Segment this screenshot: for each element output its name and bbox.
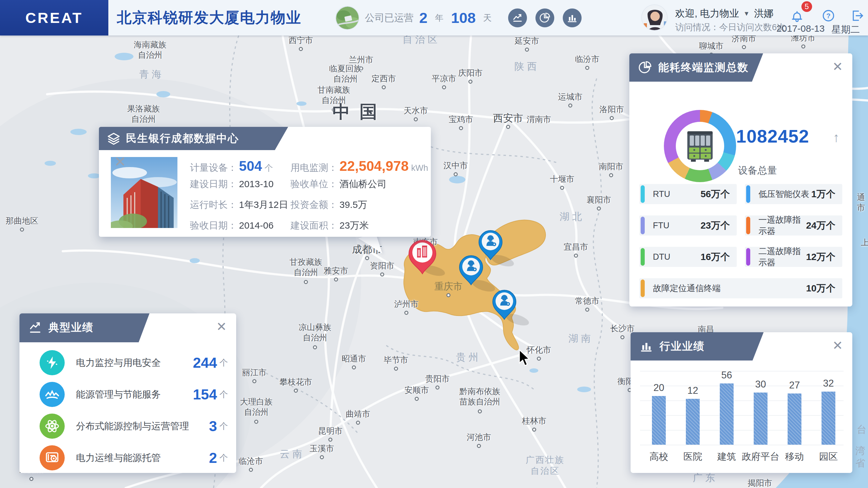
bar-value: 12 bbox=[687, 385, 698, 396]
city-dot bbox=[506, 125, 510, 129]
pie-view-button[interactable] bbox=[535, 8, 554, 27]
city-dot bbox=[442, 85, 446, 90]
device-label: 故障定位通信终端 bbox=[653, 283, 806, 294]
panel-title: 行业业绩 bbox=[659, 332, 705, 361]
device-stat-row[interactable]: 二遥故障指示器12万个 bbox=[745, 247, 842, 267]
map-label: 攀枝花市 bbox=[279, 377, 312, 387]
user-avatar[interactable] bbox=[641, 4, 668, 31]
map-label: 黔南布依族 苗族自治州 bbox=[459, 386, 500, 407]
close-icon[interactable]: ✕ bbox=[832, 339, 843, 352]
bar-value: 56 bbox=[721, 370, 732, 381]
close-icon[interactable]: ✕ bbox=[216, 320, 227, 333]
bar-高校[interactable] bbox=[652, 396, 666, 445]
popup-stat: 验收单位：酒仙桥公司 bbox=[290, 178, 386, 191]
performance-value: 154 bbox=[193, 386, 217, 403]
operation-label: 公司已运营 bbox=[365, 11, 413, 25]
operation-days: 108 bbox=[451, 9, 475, 26]
map-label: 西安市 bbox=[493, 112, 523, 124]
bar-value: 30 bbox=[755, 379, 766, 390]
bar-view-button[interactable] bbox=[563, 8, 582, 27]
device-stat-row[interactable]: 一遥故障指示器24万个 bbox=[745, 215, 842, 236]
city-dot bbox=[459, 126, 463, 130]
user-welcome[interactable]: 欢迎, 电力物业 ▼ 洪娜 bbox=[675, 7, 773, 20]
map-label: 凉山彝族 自治州 bbox=[299, 322, 331, 343]
city-dot bbox=[320, 455, 324, 459]
city-dot bbox=[414, 117, 418, 122]
bar-政府平台[interactable] bbox=[754, 393, 768, 445]
city-dot bbox=[610, 116, 614, 120]
popup-close-icon[interactable]: ✕ bbox=[114, 154, 126, 169]
device-label: 一遥故障指示器 bbox=[758, 214, 806, 237]
device-value: 24万个 bbox=[806, 219, 835, 232]
device-stat-row[interactable]: RTU56万个 bbox=[640, 184, 737, 204]
performance-row[interactable]: 分布式能源控制与运营管理3个 bbox=[39, 412, 228, 440]
device-stat-row[interactable]: 低压智能仪表1万个 bbox=[745, 184, 842, 204]
map-label: 平凉市 bbox=[432, 73, 456, 84]
performance-label: 分布式能源控制与运营管理 bbox=[76, 420, 209, 433]
bar-园区[interactable] bbox=[822, 392, 835, 445]
city-dot bbox=[20, 228, 24, 232]
performance-row[interactable]: 电力运维与能源托管2个 bbox=[39, 444, 228, 472]
map-label: 贵阳市 bbox=[425, 374, 450, 384]
city-dot bbox=[304, 280, 308, 284]
stat-value: 39.5万 bbox=[339, 199, 367, 211]
up-arrow-icon: ↑ bbox=[833, 130, 839, 145]
map-label: 云南 bbox=[280, 448, 305, 460]
city-dot bbox=[525, 48, 529, 52]
wave-icon bbox=[39, 382, 65, 407]
svg-text:?: ? bbox=[826, 12, 830, 20]
terminal-monitor-panel: 能耗终端监测总数 ✕ 1082452 ↑ 设备总量 RTU56万个低压智能仪 bbox=[629, 53, 852, 306]
device-stat-row[interactable]: 故障定位通信终端10万个 bbox=[640, 278, 842, 298]
map-label: 延安市 bbox=[515, 36, 539, 46]
map-label: 南阳市 bbox=[599, 161, 623, 172]
chevron-down-icon[interactable]: ▼ bbox=[743, 10, 750, 17]
bar-医院[interactable] bbox=[686, 399, 700, 445]
lightning-icon bbox=[39, 350, 65, 375]
logout-icon[interactable] bbox=[850, 9, 864, 23]
bar-建筑[interactable] bbox=[720, 384, 734, 445]
bar-value: 20 bbox=[653, 382, 664, 394]
map-label: 宝鸡市 bbox=[449, 114, 473, 125]
donut-center bbox=[676, 122, 724, 170]
stat-color-bar bbox=[746, 248, 750, 266]
performance-row[interactable]: 电力监控与用电安全244个 bbox=[39, 348, 228, 377]
map-label: 曲靖市 bbox=[346, 409, 370, 419]
close-icon[interactable]: ✕ bbox=[832, 60, 843, 73]
device-donut-chart bbox=[664, 110, 736, 182]
city-dot bbox=[356, 421, 360, 425]
popup-stat: 建设面积：23万米 bbox=[290, 219, 369, 232]
map-label: 河池市 bbox=[467, 432, 491, 443]
stat-color-bar bbox=[746, 185, 750, 203]
stat-color-bar bbox=[641, 185, 645, 203]
performance-row[interactable]: 能源管理与节能服务154个 bbox=[39, 380, 228, 408]
city-dot bbox=[249, 468, 253, 472]
selected-site-pin[interactable] bbox=[407, 239, 437, 278]
device-label: FTU bbox=[653, 221, 701, 231]
city-dot bbox=[469, 80, 473, 84]
bar-category: 高校 bbox=[649, 450, 668, 463]
city-dot bbox=[382, 85, 386, 90]
worker-site-pin[interactable] bbox=[458, 254, 484, 288]
help-icon[interactable]: ? bbox=[822, 9, 835, 23]
worker-site-pin[interactable] bbox=[492, 289, 517, 323]
bar-移动[interactable] bbox=[787, 394, 801, 445]
date-display: 2017-08-13 星期二 bbox=[777, 23, 860, 36]
user-name: 洪娜 bbox=[754, 7, 773, 20]
city-dot bbox=[477, 444, 481, 448]
logo-block[interactable]: CREAT bbox=[0, 0, 108, 35]
stat-value: 23万米 bbox=[339, 219, 369, 232]
map-label: 渭南市 bbox=[527, 114, 551, 125]
map-label: 湖南 bbox=[568, 333, 593, 345]
performance-unit: 个 bbox=[219, 357, 228, 368]
map-label: 湾省 bbox=[856, 445, 868, 469]
stat-label: 验收单位： bbox=[290, 178, 338, 191]
map-label: 临夏回族 自治州 bbox=[329, 63, 362, 84]
stat-value: 酒仙桥公司 bbox=[339, 178, 386, 191]
device-stat-row[interactable]: FTU23万个 bbox=[640, 215, 737, 236]
stat-value: 504 bbox=[239, 158, 262, 174]
bell-icon[interactable] bbox=[790, 9, 804, 23]
map-label: 十堰市 bbox=[550, 174, 575, 184]
trend-view-button[interactable] bbox=[508, 8, 527, 27]
performance-label: 电力运维与能源托管 bbox=[76, 452, 209, 464]
device-stat-row[interactable]: DTU16万个 bbox=[640, 247, 737, 267]
